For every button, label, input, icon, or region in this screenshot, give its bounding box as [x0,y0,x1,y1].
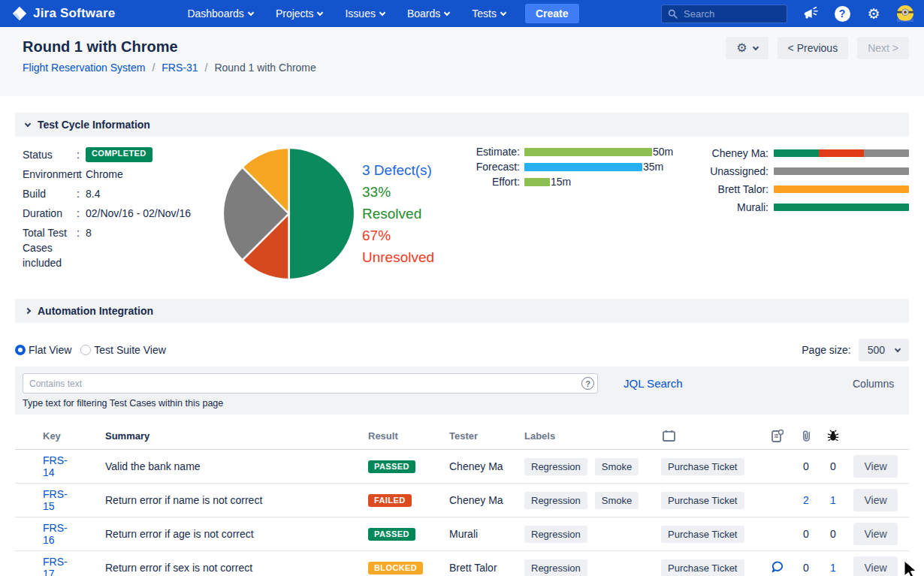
question-circle-icon[interactable]: ? [581,377,594,390]
effort-bar [524,178,550,186]
section-test-cycle-information[interactable]: Test Cycle Information [15,113,909,137]
breadcrumb-issue-link[interactable]: FRS-31 [162,62,198,74]
comment-icon [772,561,784,572]
estimate-bar-row: Estimate: 50m [458,144,684,159]
announcements-button[interactable] [802,5,819,22]
header-summary[interactable]: Summary [75,430,367,442]
murali-bar [774,204,909,211]
nav-projects[interactable]: Projects [276,8,323,20]
cycle-fields: Status : COMPLETED Environment : Chrome … [23,147,210,275]
contains-text-input[interactable] [23,373,598,394]
search-input[interactable] [684,8,774,20]
expand-chevron-icon [25,308,31,314]
header-notes[interactable] [762,430,793,442]
view-button[interactable]: View [853,455,897,478]
table-row[interactable]: FRS-17 Return error if sex is not correc… [15,551,909,576]
settings-button[interactable]: ⚙ [865,5,882,22]
tester-name: Cheney Ma [449,494,524,506]
header-tester[interactable]: Tester [449,430,524,442]
defects-link[interactable]: 3 Defect(s) [362,162,432,178]
version-chip: Purchase Ticket [661,458,744,475]
time-tracking-bars: Estimate: 50m Forecast: 35m Effort: 15m [458,144,684,189]
chevron-down-icon [248,9,254,15]
gear-icon: ⚙ [867,7,880,21]
previous-button[interactable]: < Previous [778,37,849,59]
section-automation-integration[interactable]: Automation Integration [15,299,909,323]
bug-icon [827,430,839,442]
status-badge: COMPLETED [86,147,152,162]
header-defects[interactable] [820,430,847,442]
result-badge[interactable]: BLOCKED [368,562,423,574]
testcase-key-link[interactable]: FRS-16 [43,522,68,546]
nav-dashboards[interactable]: Dashboards [187,8,253,20]
defects-summary: 3 Defect(s) 33% Resolved 67% Unresolved [362,159,434,268]
table-row[interactable]: FRS-14 Valid the bank name PASSED Cheney… [15,450,909,484]
tester-name: Cheney Ma [449,460,524,472]
chevron-down-icon [379,9,385,15]
gear-icon: ⚙ [736,42,747,54]
table-row[interactable]: FRS-16 Return error if age is not correc… [15,517,909,551]
field-status: Status : COMPLETED [23,147,210,162]
nav-tests[interactable]: Tests [472,8,506,20]
view-button[interactable]: View [853,489,897,511]
testcase-summary: Return error if name is not correct [75,494,367,506]
tester-name: Murali [449,528,524,540]
estimate-bar [524,148,652,156]
attachment-count: 0 [803,460,809,472]
unassigned-bar [774,167,909,175]
nav-menu: Dashboards Projects Issues Boards Tests [187,8,506,20]
page-size-select[interactable]: 500 [859,339,909,361]
radio-unselected-icon [80,345,91,355]
create-button[interactable]: Create [525,4,579,23]
chevron-down-icon [752,44,758,50]
result-badge[interactable]: PASSED [368,528,415,541]
chevron-down-icon [895,345,901,351]
result-badge[interactable]: FAILED [368,494,412,507]
forecast-bar-row: Forecast: 35m [458,159,684,174]
execution-pie-chart [219,144,358,283]
label-chip: Regression [524,559,587,576]
mouse-cursor [904,561,920,576]
calendar-icon [663,430,675,442]
header-key[interactable]: Key [15,430,75,442]
flat-view-radio[interactable]: Flat View [15,344,71,356]
jira-test-cycle-page: Jira Software Dashboards Projects Issues… [0,0,924,576]
label-chip: Regression [524,458,587,475]
nav-issues[interactable]: Issues [345,8,384,20]
header-attachments[interactable] [793,430,820,442]
testcase-key-link[interactable]: FRS-14 [43,454,68,478]
table-header-row: Key Summary Result Tester Labels [15,422,909,450]
test-case-table: Key Summary Result Tester Labels [15,422,909,576]
view-toggle-row: Flat View Test Suite View Page size: 500 [15,338,909,362]
attachment-count: 0 [803,562,809,574]
global-search[interactable] [661,5,787,23]
label-chip: Regression [524,526,587,543]
help-button[interactable]: ? [834,5,850,22]
cycle-settings-button[interactable]: ⚙ [726,37,768,59]
table-row[interactable]: FRS-15 Return error if name is not corre… [15,484,909,517]
test-suite-view-radio[interactable]: Test Suite View [80,344,165,356]
chevron-down-icon [444,9,450,15]
brett-talor-bar [774,185,909,193]
view-button[interactable]: View [853,556,897,576]
jql-search-link[interactable]: JQL Search [624,377,683,390]
view-button[interactable]: View [853,523,897,545]
attachment-count-link[interactable]: 2 [803,494,809,506]
result-badge[interactable]: PASSED [368,460,415,473]
defect-count-link[interactable]: 1 [830,562,836,574]
header-result[interactable]: Result [367,430,449,442]
testcase-key-link[interactable]: FRS-15 [43,488,68,512]
defect-count-link[interactable]: 1 [830,494,836,506]
nav-boards[interactable]: Boards [407,8,449,20]
next-button[interactable]: Next > [857,37,909,59]
user-avatar[interactable] [897,5,913,22]
jira-logo[interactable]: Jira Software [12,6,115,21]
testcase-key-link[interactable]: FRS-17 [43,556,68,576]
notes-cell[interactable] [762,561,793,574]
breadcrumb: Flight Reservation System / FRS-31 / Rou… [23,62,316,74]
breadcrumb-project-link[interactable]: Flight Reservation System [23,62,145,74]
columns-link[interactable]: Columns [853,378,894,390]
header-version[interactable] [661,430,762,442]
header-labels[interactable]: Labels [524,430,661,442]
megaphone-icon [803,7,818,20]
